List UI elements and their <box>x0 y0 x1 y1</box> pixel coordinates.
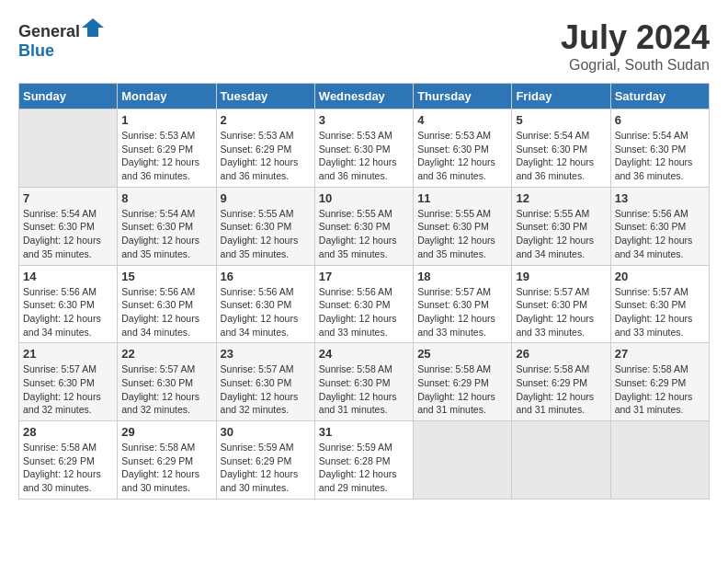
day-number: 16 <box>221 270 311 283</box>
calendar-cell: 11Sunrise: 5:55 AM Sunset: 6:30 PM Dayli… <box>414 187 512 265</box>
calendar-cell: 17Sunrise: 5:56 AM Sunset: 6:30 PM Dayli… <box>314 265 413 343</box>
day-info: Sunrise: 5:56 AM Sunset: 6:30 PM Dayligh… <box>121 285 211 339</box>
day-number: 23 <box>221 347 311 361</box>
calendar-cell: 18Sunrise: 5:57 AM Sunset: 6:30 PM Dayli… <box>414 265 512 343</box>
day-info: Sunrise: 5:58 AM Sunset: 6:30 PM Dayligh… <box>319 362 409 417</box>
day-number: 28 <box>23 425 113 439</box>
calendar-cell: 28Sunrise: 5:58 AM Sunset: 6:29 PM Dayli… <box>19 421 118 500</box>
day-number: 7 <box>23 191 113 205</box>
day-info: Sunrise: 5:55 AM Sunset: 6:30 PM Dayligh… <box>516 207 606 261</box>
calendar-cell: 12Sunrise: 5:55 AM Sunset: 6:30 PM Dayli… <box>512 187 610 265</box>
calendar-cell: 14Sunrise: 5:56 AM Sunset: 6:30 PM Dayli… <box>19 265 118 343</box>
day-number: 22 <box>121 347 211 361</box>
calendar-cell: 9Sunrise: 5:55 AM Sunset: 6:30 PM Daylig… <box>216 187 314 265</box>
day-info: Sunrise: 5:56 AM Sunset: 6:30 PM Dayligh… <box>615 207 705 261</box>
logo-text: General Blue <box>18 18 104 61</box>
day-number: 13 <box>615 191 705 205</box>
page-header: General Blue July 2024 Gogrial, South Su… <box>18 18 710 74</box>
calendar-cell: 21Sunrise: 5:57 AM Sunset: 6:30 PM Dayli… <box>19 343 118 421</box>
day-number: 1 <box>121 113 211 127</box>
week-row-3: 14Sunrise: 5:56 AM Sunset: 6:30 PM Dayli… <box>19 265 710 343</box>
calendar-cell: 29Sunrise: 5:58 AM Sunset: 6:29 PM Dayli… <box>118 421 216 500</box>
week-row-5: 28Sunrise: 5:58 AM Sunset: 6:29 PM Dayli… <box>19 421 710 500</box>
calendar-cell: 15Sunrise: 5:56 AM Sunset: 6:30 PM Dayli… <box>118 265 216 343</box>
calendar-cell <box>19 109 118 188</box>
day-info: Sunrise: 5:57 AM Sunset: 6:30 PM Dayligh… <box>615 285 705 339</box>
day-number: 19 <box>516 270 606 283</box>
day-number: 6 <box>615 113 705 127</box>
header-cell-friday: Friday <box>512 84 610 109</box>
day-number: 17 <box>319 270 409 283</box>
day-info: Sunrise: 5:56 AM Sunset: 6:30 PM Dayligh… <box>23 285 113 339</box>
calendar-cell: 27Sunrise: 5:58 AM Sunset: 6:29 PM Dayli… <box>610 343 709 421</box>
day-info: Sunrise: 5:54 AM Sunset: 6:30 PM Dayligh… <box>615 129 705 183</box>
calendar-cell: 1Sunrise: 5:53 AM Sunset: 6:29 PM Daylig… <box>118 109 216 188</box>
day-info: Sunrise: 5:57 AM Sunset: 6:30 PM Dayligh… <box>221 362 311 417</box>
day-number: 12 <box>516 191 606 205</box>
calendar-table: SundayMondayTuesdayWednesdayThursdayFrid… <box>18 83 710 500</box>
day-info: Sunrise: 5:57 AM Sunset: 6:30 PM Dayligh… <box>417 285 507 339</box>
day-info: Sunrise: 5:53 AM Sunset: 6:29 PM Dayligh… <box>221 129 311 183</box>
calendar-cell: 25Sunrise: 5:58 AM Sunset: 6:29 PM Dayli… <box>414 343 512 421</box>
day-info: Sunrise: 5:54 AM Sunset: 6:30 PM Dayligh… <box>121 207 211 261</box>
day-info: Sunrise: 5:58 AM Sunset: 6:29 PM Dayligh… <box>516 362 606 417</box>
day-info: Sunrise: 5:55 AM Sunset: 6:30 PM Dayligh… <box>417 207 507 261</box>
svg-marker-0 <box>82 18 104 37</box>
day-number: 10 <box>319 191 409 205</box>
calendar-cell: 19Sunrise: 5:57 AM Sunset: 6:30 PM Dayli… <box>512 265 610 343</box>
day-info: Sunrise: 5:59 AM Sunset: 6:29 PM Dayligh… <box>221 441 311 495</box>
calendar-cell <box>610 421 709 500</box>
day-info: Sunrise: 5:58 AM Sunset: 6:29 PM Dayligh… <box>615 362 705 417</box>
calendar-cell: 23Sunrise: 5:57 AM Sunset: 6:30 PM Dayli… <box>216 343 314 421</box>
day-number: 9 <box>221 191 311 205</box>
header-cell-wednesday: Wednesday <box>314 84 413 109</box>
calendar-cell: 22Sunrise: 5:57 AM Sunset: 6:30 PM Dayli… <box>118 343 216 421</box>
day-number: 20 <box>615 270 705 283</box>
header-row: SundayMondayTuesdayWednesdayThursdayFrid… <box>19 84 710 109</box>
main-title: July 2024 <box>561 18 710 57</box>
day-info: Sunrise: 5:57 AM Sunset: 6:30 PM Dayligh… <box>23 362 113 417</box>
week-row-2: 7Sunrise: 5:54 AM Sunset: 6:30 PM Daylig… <box>19 187 710 265</box>
calendar-body: 1Sunrise: 5:53 AM Sunset: 6:29 PM Daylig… <box>19 109 710 500</box>
day-number: 24 <box>319 347 409 361</box>
header-cell-saturday: Saturday <box>610 84 709 109</box>
day-info: Sunrise: 5:55 AM Sunset: 6:30 PM Dayligh… <box>319 207 409 261</box>
day-info: Sunrise: 5:56 AM Sunset: 6:30 PM Dayligh… <box>319 285 409 339</box>
sub-title: Gogrial, South Sudan <box>561 57 710 74</box>
calendar-cell: 26Sunrise: 5:58 AM Sunset: 6:29 PM Dayli… <box>512 343 610 421</box>
calendar-header: SundayMondayTuesdayWednesdayThursdayFrid… <box>19 84 710 109</box>
day-info: Sunrise: 5:58 AM Sunset: 6:29 PM Dayligh… <box>23 441 113 495</box>
day-info: Sunrise: 5:54 AM Sunset: 6:30 PM Dayligh… <box>516 129 606 183</box>
calendar-cell: 16Sunrise: 5:56 AM Sunset: 6:30 PM Dayli… <box>216 265 314 343</box>
header-cell-sunday: Sunday <box>19 84 118 109</box>
day-info: Sunrise: 5:53 AM Sunset: 6:29 PM Dayligh… <box>121 129 211 183</box>
day-number: 8 <box>121 191 211 205</box>
calendar-cell: 30Sunrise: 5:59 AM Sunset: 6:29 PM Dayli… <box>216 421 314 500</box>
day-number: 11 <box>417 191 507 205</box>
calendar-cell: 31Sunrise: 5:59 AM Sunset: 6:28 PM Dayli… <box>314 421 413 500</box>
week-row-1: 1Sunrise: 5:53 AM Sunset: 6:29 PM Daylig… <box>19 109 710 188</box>
logo: General Blue <box>18 18 104 61</box>
calendar-cell: 24Sunrise: 5:58 AM Sunset: 6:30 PM Dayli… <box>314 343 413 421</box>
calendar-cell: 13Sunrise: 5:56 AM Sunset: 6:30 PM Dayli… <box>610 187 709 265</box>
day-number: 14 <box>23 270 113 283</box>
day-info: Sunrise: 5:56 AM Sunset: 6:30 PM Dayligh… <box>221 285 311 339</box>
day-info: Sunrise: 5:59 AM Sunset: 6:28 PM Dayligh… <box>319 441 409 495</box>
day-info: Sunrise: 5:57 AM Sunset: 6:30 PM Dayligh… <box>516 285 606 339</box>
logo-blue: Blue <box>18 41 54 60</box>
day-number: 3 <box>319 113 409 127</box>
day-number: 30 <box>221 425 311 439</box>
calendar-cell: 20Sunrise: 5:57 AM Sunset: 6:30 PM Dayli… <box>610 265 709 343</box>
calendar-cell: 6Sunrise: 5:54 AM Sunset: 6:30 PM Daylig… <box>610 109 709 188</box>
day-info: Sunrise: 5:55 AM Sunset: 6:30 PM Dayligh… <box>221 207 311 261</box>
day-info: Sunrise: 5:58 AM Sunset: 6:29 PM Dayligh… <box>417 362 507 417</box>
day-number: 25 <box>417 347 507 361</box>
day-number: 15 <box>121 270 211 283</box>
calendar-cell <box>512 421 610 500</box>
calendar-cell: 8Sunrise: 5:54 AM Sunset: 6:30 PM Daylig… <box>118 187 216 265</box>
calendar-cell <box>414 421 512 500</box>
day-number: 5 <box>516 113 606 127</box>
calendar-cell: 10Sunrise: 5:55 AM Sunset: 6:30 PM Dayli… <box>314 187 413 265</box>
day-number: 26 <box>516 347 606 361</box>
calendar-cell: 4Sunrise: 5:53 AM Sunset: 6:30 PM Daylig… <box>414 109 512 188</box>
